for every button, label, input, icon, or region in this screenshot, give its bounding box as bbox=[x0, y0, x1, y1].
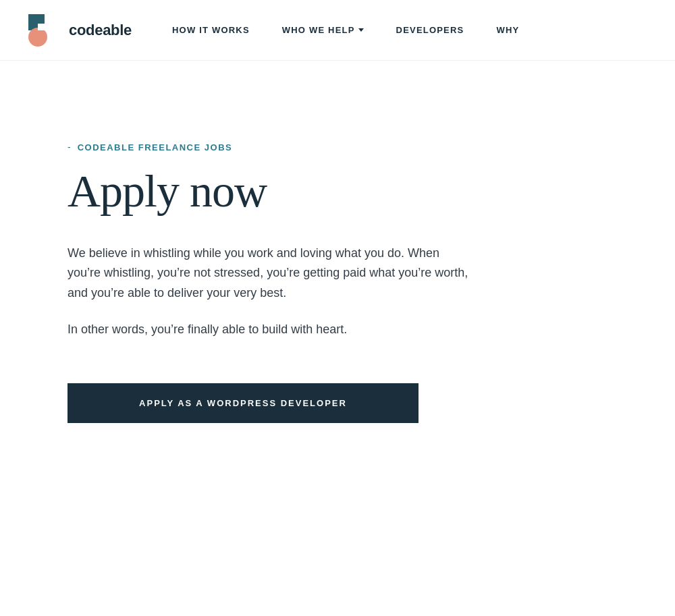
logo-link[interactable]: codeable bbox=[27, 13, 132, 48]
apply-cta-button[interactable]: APPLY AS A WORDPRESS DEVELOPER bbox=[68, 383, 418, 423]
site-header: codeable HOW IT WORKS WHO WE HELP DEVELO… bbox=[0, 0, 675, 61]
svg-point-1 bbox=[28, 28, 47, 47]
nav-who-we-help[interactable]: WHO WE HELP bbox=[282, 25, 364, 35]
nav-why[interactable]: WHY bbox=[496, 25, 519, 35]
nav-how-it-works[interactable]: HOW IT WORKS bbox=[172, 25, 250, 35]
section-label: - CODEABLE FREELANCE JOBS bbox=[68, 142, 473, 152]
main-content: - CODEABLE FREELANCE JOBS Apply now We b… bbox=[0, 61, 540, 477]
section-label-dash: - bbox=[68, 142, 71, 152]
body-paragraph-2: In other words, you’re finally able to b… bbox=[68, 320, 473, 340]
nav-developers[interactable]: DEVELOPERS bbox=[396, 25, 464, 35]
logo-icon bbox=[27, 13, 62, 48]
svg-rect-2 bbox=[38, 24, 45, 30]
who-we-help-dropdown-icon bbox=[358, 28, 364, 32]
logo-text: codeable bbox=[69, 22, 132, 39]
body-paragraph-1: We believe in whistling while you work a… bbox=[68, 244, 473, 304]
main-nav: HOW IT WORKS WHO WE HELP DEVELOPERS WHY bbox=[172, 25, 519, 35]
section-label-text: CODEABLE FREELANCE JOBS bbox=[78, 142, 233, 152]
page-heading: Apply now bbox=[68, 166, 473, 217]
